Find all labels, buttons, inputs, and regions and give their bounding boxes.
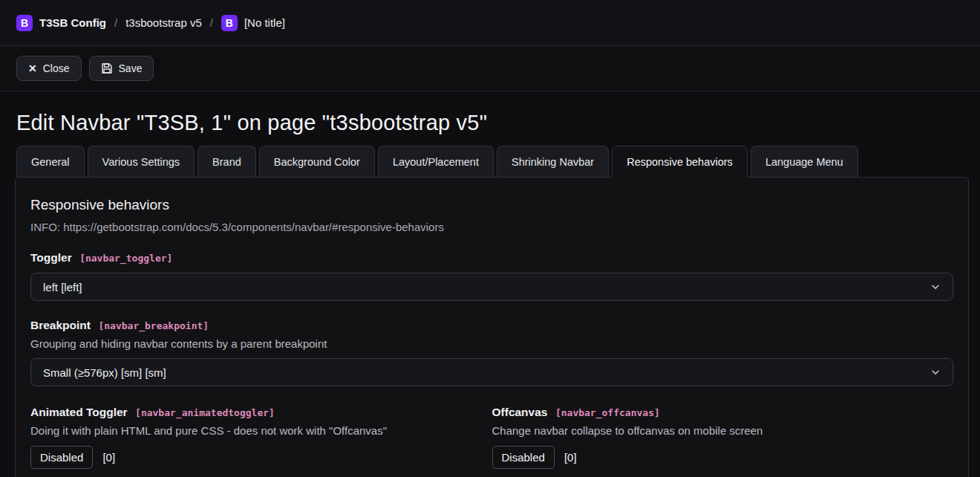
animated-toggler-count: [0]: [102, 451, 115, 464]
bootstrap-badge-icon: B: [16, 15, 33, 31]
bootstrap-badge-icon: B: [221, 15, 238, 31]
tab-background-color[interactable]: Background Color: [259, 146, 375, 177]
offcanvas-disabled-button[interactable]: Disabled: [492, 446, 555, 469]
tab-responsive-behaviors[interactable]: Responsive behaviors: [612, 146, 748, 178]
close-button[interactable]: ✕ Close: [16, 56, 82, 81]
breakpoint-select[interactable]: Small (≥576px) [sm] [sm]: [30, 358, 953, 386]
breadcrumb-separator: /: [209, 16, 215, 29]
offcanvas-count: [0]: [564, 451, 577, 464]
animated-toggler-field-code: [navbar_animatedtoggler]: [135, 407, 275, 418]
offcanvas-field-code: [navbar_offcanvas]: [555, 407, 660, 418]
field-toggler: Toggler [navbar_toggler] left [left]: [30, 251, 953, 301]
field-offcanvas: Offcanvas [navbar_offcanvas] Change navb…: [492, 406, 954, 469]
save-button[interactable]: Save: [89, 56, 154, 81]
panel-heading: Responsive behaviors: [30, 197, 953, 213]
chevron-down-icon: [930, 282, 941, 292]
field-breakpoint: Breakpoint [navbar_breakpoint] Grouping …: [30, 319, 953, 386]
panel-info-link[interactable]: INFO: https://getbootstrap.com/docs/5.3/…: [30, 221, 953, 233]
offcanvas-description: Change navbar collapse to offcanvas on m…: [492, 424, 954, 437]
breakpoint-description: Grouping and hiding navbar contents by a…: [30, 337, 953, 350]
close-button-label: Close: [43, 62, 70, 74]
toggler-label: Toggler: [30, 251, 72, 264]
toggler-field-code: [navbar_toggler]: [79, 253, 172, 264]
breakpoint-label: Breakpoint: [30, 319, 91, 331]
responsive-behaviors-panel: Responsive behaviors INFO: https://getbo…: [15, 177, 969, 477]
toolbar: ✕ Close Save: [0, 46, 980, 91]
animated-toggler-disabled-button[interactable]: Disabled: [30, 446, 93, 469]
breakpoint-select-value: Small (≥576px) [sm] [sm]: [43, 366, 166, 379]
tab-layout-placement[interactable]: Layout/Placement: [378, 146, 494, 177]
tab-general[interactable]: General: [16, 146, 85, 177]
page-title: Edit Navbar "T3SB, 1" on page "t3sbootst…: [16, 111, 964, 135]
tab-shrinking-navbar[interactable]: Shrinking Navbar: [497, 146, 609, 177]
save-icon: [101, 62, 113, 74]
toggler-select-value: left [left]: [43, 281, 82, 293]
offcanvas-label: Offcanvas: [492, 406, 548, 418]
field-row: Animated Toggler [navbar_animatedtoggler…: [30, 406, 953, 469]
animated-toggler-description: Doing it with plain HTML and pure CSS - …: [30, 424, 492, 437]
toggler-select[interactable]: left [left]: [30, 273, 953, 301]
chevron-down-icon: [930, 367, 941, 377]
tab-various-settings[interactable]: Various Settings: [88, 146, 195, 177]
breadcrumb-item-page[interactable]: t3sbootstrap v5: [125, 16, 202, 29]
tab-language-menu[interactable]: Language Menu: [751, 146, 858, 177]
tab-bar: General Various Settings Brand Backgroun…: [16, 146, 980, 177]
breakpoint-field-code: [navbar_breakpoint]: [98, 320, 209, 331]
close-icon: ✕: [28, 63, 37, 74]
breadcrumb-item-record[interactable]: [No title]: [244, 16, 285, 29]
animated-toggler-label: Animated Toggler: [30, 406, 128, 418]
breadcrumb: B T3SB Config / t3sbootstrap v5 / B [No …: [0, 0, 980, 46]
field-animated-toggler: Animated Toggler [navbar_animatedtoggler…: [30, 406, 492, 469]
tab-brand[interactable]: Brand: [197, 146, 256, 177]
breadcrumb-item-config[interactable]: T3SB Config: [39, 16, 106, 29]
save-button-label: Save: [119, 62, 143, 74]
breadcrumb-separator: /: [113, 16, 119, 29]
